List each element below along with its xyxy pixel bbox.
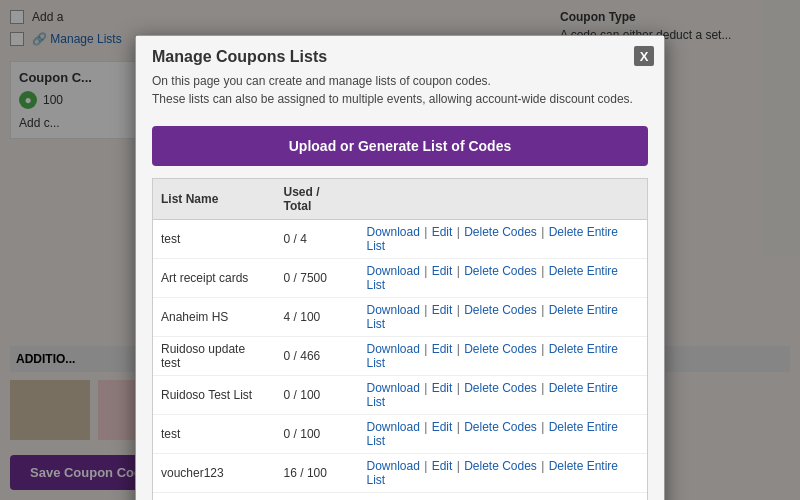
action-separator: | — [538, 225, 548, 239]
modal-overlay: Manage Coupons Lists On this page you ca… — [0, 0, 800, 500]
table-header-row: List Name Used / Total — [153, 179, 647, 220]
cell-used-total: 4 / 100 — [276, 298, 359, 337]
action-download-4[interactable]: Download — [366, 381, 419, 395]
action-separator: | — [453, 420, 463, 434]
action-edit-5[interactable]: Edit — [432, 420, 453, 434]
cell-used-total: 0 / 100 — [276, 415, 359, 454]
action-download-6[interactable]: Download — [366, 459, 419, 473]
action-separator: | — [453, 381, 463, 395]
cell-used-total: 0 / 4 — [276, 220, 359, 259]
manage-coupons-modal: Manage Coupons Lists On this page you ca… — [135, 35, 665, 500]
action-delete-codes-3[interactable]: Delete Codes — [464, 342, 537, 356]
action-download-0[interactable]: Download — [366, 225, 419, 239]
action-separator: | — [453, 264, 463, 278]
action-edit-0[interactable]: Edit — [432, 225, 453, 239]
cell-actions: Download | Edit | Delete Codes | Delete … — [358, 337, 647, 376]
upload-generate-button[interactable]: Upload or Generate List of Codes — [152, 126, 648, 166]
action-edit-6[interactable]: Edit — [432, 459, 453, 473]
action-separator: | — [538, 303, 548, 317]
table-row: Ruidoso update test0 / 466Download | Edi… — [153, 337, 647, 376]
action-edit-3[interactable]: Edit — [432, 342, 453, 356]
cell-list-name: Anaheim HS — [153, 298, 276, 337]
coupon-lists-table: List Name Used / Total test0 / 4Download… — [153, 179, 647, 500]
action-download-1[interactable]: Download — [366, 264, 419, 278]
action-separator: | — [421, 381, 431, 395]
action-separator: | — [538, 264, 548, 278]
cell-used-total: 0 / 466 — [276, 337, 359, 376]
modal-title: Manage Coupons Lists — [152, 48, 648, 66]
action-download-2[interactable]: Download — [366, 303, 419, 317]
cell-actions: Download | Edit | Delete Codes | Delete … — [358, 298, 647, 337]
cell-list-name: voucher123 — [153, 454, 276, 493]
action-download-5[interactable]: Download — [366, 420, 419, 434]
action-delete-codes-0[interactable]: Delete Codes — [464, 225, 537, 239]
table-row: Ruidoso Test List0 / 100Download | Edit … — [153, 376, 647, 415]
action-delete-codes-4[interactable]: Delete Codes — [464, 381, 537, 395]
modal-description: On this page you can create and manage l… — [152, 72, 648, 108]
cell-list-name: test — [153, 220, 276, 259]
action-download-3[interactable]: Download — [366, 342, 419, 356]
cell-actions: Download | Edit | Delete Codes | Delete … — [358, 454, 647, 493]
cell-used-total: 0 / 7500 — [276, 259, 359, 298]
cell-list-name: Art receipt cards — [153, 259, 276, 298]
table-row: voucher12316 / 100Download | Edit | Dele… — [153, 454, 647, 493]
col-actions — [358, 179, 647, 220]
cell-list-name: Ruidoso Test List — [153, 376, 276, 415]
action-separator: | — [538, 420, 548, 434]
action-delete-codes-6[interactable]: Delete Codes — [464, 459, 537, 473]
action-separator: | — [453, 459, 463, 473]
action-separator: | — [538, 342, 548, 356]
cell-actions: Download | Edit | Delete Codes | Delete … — [358, 220, 647, 259]
action-separator: | — [538, 459, 548, 473]
table-row: Art receipt cards0 / 7500Download | Edit… — [153, 259, 647, 298]
action-delete-codes-1[interactable]: Delete Codes — [464, 264, 537, 278]
table-row: Platinum players0 / 120Download | Edit |… — [153, 493, 647, 501]
action-separator: | — [421, 225, 431, 239]
action-separator: | — [453, 225, 463, 239]
cell-list-name: Ruidoso update test — [153, 337, 276, 376]
action-separator: | — [453, 303, 463, 317]
action-edit-4[interactable]: Edit — [432, 381, 453, 395]
coupon-lists-table-container: List Name Used / Total test0 / 4Download… — [152, 178, 648, 500]
action-delete-codes-5[interactable]: Delete Codes — [464, 420, 537, 434]
table-row: test0 / 4Download | Edit | Delete Codes … — [153, 220, 647, 259]
cell-used-total: 16 / 100 — [276, 454, 359, 493]
table-row: test0 / 100Download | Edit | Delete Code… — [153, 415, 647, 454]
cell-actions: Download | Edit | Delete Codes | Delete … — [358, 376, 647, 415]
action-edit-2[interactable]: Edit — [432, 303, 453, 317]
col-list-name: List Name — [153, 179, 276, 220]
action-separator: | — [421, 342, 431, 356]
action-delete-codes-2[interactable]: Delete Codes — [464, 303, 537, 317]
action-separator: | — [421, 264, 431, 278]
action-separator: | — [421, 420, 431, 434]
modal-desc-line1: On this page you can create and manage l… — [152, 74, 491, 88]
action-separator: | — [538, 381, 548, 395]
action-separator: | — [453, 342, 463, 356]
action-edit-1[interactable]: Edit — [432, 264, 453, 278]
modal-desc-line2: These lists can also be assigned to mult… — [152, 92, 633, 106]
cell-list-name: test — [153, 415, 276, 454]
col-used-total: Used / Total — [276, 179, 359, 220]
action-separator: | — [421, 303, 431, 317]
modal-header: Manage Coupons Lists On this page you ca… — [136, 36, 664, 116]
cell-list-name: Platinum players — [153, 493, 276, 501]
cell-actions: Download | Edit | Delete Codes | Delete … — [358, 493, 647, 501]
cell-actions: Download | Edit | Delete Codes | Delete … — [358, 415, 647, 454]
cell-used-total: 0 / 100 — [276, 376, 359, 415]
modal-close-button[interactable]: X — [634, 46, 654, 66]
cell-actions: Download | Edit | Delete Codes | Delete … — [358, 259, 647, 298]
cell-used-total: 0 / 120 — [276, 493, 359, 501]
table-row: Anaheim HS4 / 100Download | Edit | Delet… — [153, 298, 647, 337]
table-body: test0 / 4Download | Edit | Delete Codes … — [153, 220, 647, 501]
action-separator: | — [421, 459, 431, 473]
